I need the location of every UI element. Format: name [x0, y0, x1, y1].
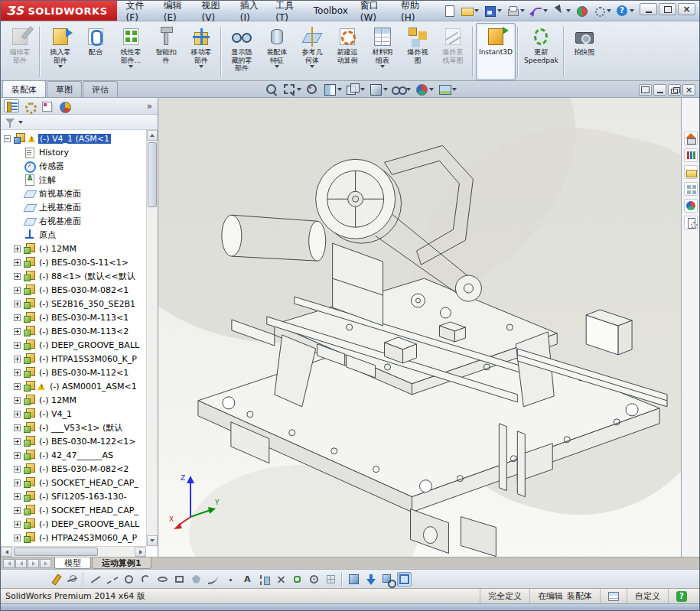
sketch-tool-button[interactable] [324, 572, 338, 587]
command-button[interactable]: 更新 Speedpak [521, 23, 562, 80]
menu-item[interactable]: 编辑(E) [158, 1, 196, 21]
view-tool-button[interactable] [345, 83, 366, 96]
tree-item[interactable]: (-) ___V53<1> (默认 [2, 421, 145, 434]
tree-item[interactable]: (-) V4_1 (ASM<1 [2, 132, 145, 145]
scroll-down-button[interactable] [147, 535, 158, 546]
command-button[interactable] [220, 26, 223, 77]
ribbon-tab[interactable]: 装配体 [2, 80, 46, 97]
expand-toggle-icon[interactable] [14, 328, 21, 335]
expand-toggle-icon[interactable] [14, 424, 21, 431]
view-tool-button[interactable] [368, 83, 389, 96]
sketch-tool-button[interactable] [206, 572, 220, 587]
quick-toolbar-button[interactable] [505, 4, 526, 18]
expand-toggle-icon[interactable] [14, 521, 21, 528]
sketch-tool-button[interactable] [105, 572, 119, 587]
document-tab[interactable]: 运动算例1 [92, 557, 151, 569]
sketch-tool-button[interactable] [347, 572, 361, 587]
sketch-tool-button[interactable] [363, 572, 378, 587]
command-button[interactable] [472, 26, 474, 77]
expand-toggle-icon[interactable] [14, 397, 21, 404]
command-button[interactable] [563, 26, 565, 77]
command-button[interactable]: 装配体 特征 [259, 23, 295, 80]
panel-tab[interactable] [21, 99, 37, 112]
scroll-up-button[interactable] [147, 130, 158, 141]
tree-item[interactable]: (-) 42_47______AS [2, 448, 145, 462]
tab-nav-button[interactable] [28, 559, 39, 568]
tree-item[interactable]: 前视基准面 [2, 187, 145, 200]
quick-toolbar-button[interactable] [528, 4, 549, 18]
tree-vertical-scrollbar[interactable] [146, 130, 158, 546]
tree-item[interactable]: (-) BES-030-M-082<2 [2, 462, 145, 476]
panel-tab[interactable] [4, 99, 19, 112]
menu-item[interactable]: 工具(T) [269, 1, 308, 21]
view-tool-button[interactable] [322, 83, 343, 96]
tree-item[interactable]: (-) SOCKET_HEAD_CAP_ [2, 503, 145, 517]
tree-item[interactable]: (-) SFI1205-163-130- [2, 489, 145, 503]
tree-item[interactable]: (-) V4_1 [2, 407, 145, 421]
command-button[interactable]: 线性零 部件... [113, 23, 148, 80]
scroll-left-button[interactable] [1, 547, 12, 557]
command-button[interactable]: 编辑零 部件 [2, 23, 37, 80]
command-button[interactable]: 智能扣 件 [148, 23, 184, 80]
units-selector[interactable]: 自定义 [627, 589, 668, 603]
expand-toggle-icon[interactable] [14, 356, 21, 362]
tree-item[interactable]: 右视基准面 [2, 214, 145, 228]
sketch-tool-button[interactable] [172, 572, 187, 587]
task-pane-tab[interactable] [684, 199, 698, 213]
command-button[interactable]: 材料明 细表 [365, 23, 400, 80]
document-window-button[interactable] [668, 84, 681, 96]
view-tool-button[interactable] [264, 83, 279, 96]
tree-item[interactable]: 原点 [2, 228, 145, 242]
command-button[interactable]: 拍快照 [567, 23, 602, 80]
quick-toolbar-button[interactable] [441, 4, 457, 18]
menu-item[interactable]: 窗口(W) [354, 1, 395, 21]
panel-tab[interactable] [39, 99, 54, 112]
tree-item[interactable]: (-) BES-030-M-082<1 [2, 283, 145, 297]
document-window-button[interactable] [682, 84, 695, 96]
command-button[interactable]: 参考几 何体 [295, 23, 330, 80]
window-button[interactable] [640, 3, 657, 15]
tree-horizontal-scrollbar[interactable] [1, 546, 146, 557]
menu-item[interactable]: 视图(V) [196, 1, 234, 21]
command-button[interactable]: 新建运 动算例 [330, 23, 365, 80]
tree-item[interactable]: (-) 12MM [2, 393, 145, 407]
sketch-tool-button[interactable] [380, 572, 395, 587]
expand-toggle-icon[interactable] [14, 245, 21, 252]
view-tool-button[interactable] [414, 83, 435, 96]
expand-toggle-icon[interactable] [14, 411, 21, 418]
expand-toggle-icon[interactable] [14, 452, 21, 459]
menu-item[interactable]: 帮助(H) [395, 1, 434, 21]
sketch-tool-button[interactable] [397, 572, 412, 587]
tree-item[interactable]: (-) BES-030-M-113<2 [2, 324, 145, 338]
sketch-tool-button[interactable] [341, 572, 343, 587]
command-button[interactable] [39, 26, 41, 77]
tree-item[interactable]: 上视基准面 [2, 200, 145, 214]
menu-item[interactable]: 插入(I) [234, 1, 269, 21]
sketch-tool-button[interactable] [155, 572, 170, 587]
expand-toggle-icon[interactable] [14, 383, 21, 390]
filter-dropdown-caret[interactable] [18, 121, 23, 124]
task-pane-tab[interactable] [684, 165, 698, 179]
filter-funnel-icon[interactable] [4, 116, 16, 128]
quick-toolbar-button[interactable] [551, 4, 572, 18]
tree-item[interactable]: 传感器 [2, 159, 145, 173]
task-pane-tab[interactable] [684, 216, 698, 229]
document-window-button[interactable] [639, 84, 652, 96]
task-pane-tab[interactable] [684, 182, 698, 196]
tree-item[interactable]: (-) ASM0001_ASM<1 [2, 379, 145, 393]
quick-toolbar-button[interactable] [614, 4, 636, 18]
expand-toggle-icon[interactable] [14, 493, 21, 500]
expand-toggle-icon[interactable] [14, 479, 21, 486]
ribbon-tab[interactable]: 评估 [83, 81, 118, 97]
quick-toolbar-button[interactable] [574, 4, 590, 18]
task-pane-tab[interactable] [684, 132, 698, 145]
task-pane-tab[interactable] [684, 148, 698, 162]
quick-toolbar-button[interactable] [591, 4, 613, 18]
sketch-tool-button[interactable] [122, 572, 136, 587]
sketch-tool-button[interactable] [223, 572, 237, 587]
tree-item[interactable]: (-) SE2B16_350_SE2B1 [2, 297, 145, 310]
sketch-tool-button[interactable] [256, 572, 271, 587]
scroll-thumb[interactable] [14, 548, 98, 556]
tree-item[interactable]: 注解 [2, 173, 145, 187]
tree-item[interactable]: (-) BES-030-S-11<1> [2, 255, 145, 269]
